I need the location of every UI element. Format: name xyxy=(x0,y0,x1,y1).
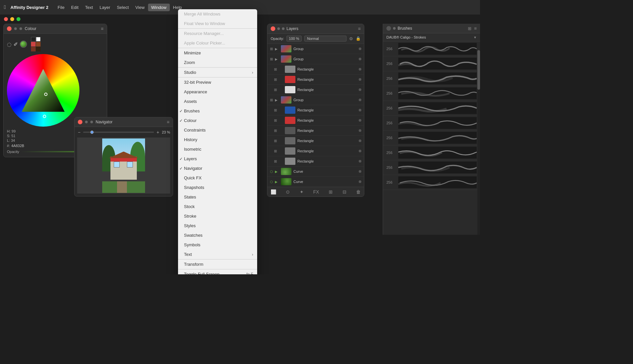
layer-item-rect-2[interactable]: ⊞ ▶ Rectangle xyxy=(267,75,364,85)
colour-triangle[interactable] xyxy=(22,69,65,112)
menu-item-text[interactable]: Text › xyxy=(178,250,257,259)
menu-item-assets[interactable]: Assets xyxy=(178,97,257,106)
menu-item-resource-manager[interactable]: Resource Manager... xyxy=(178,29,257,38)
colour-eyedropper-icon[interactable]: ◌ xyxy=(7,41,12,47)
brush-item-7[interactable]: 256 xyxy=(383,131,480,145)
colour-panel-close[interactable] xyxy=(7,26,12,31)
menu-item-transform[interactable]: Transform xyxy=(178,259,257,269)
layer-item-group-3[interactable]: ⊞ ▶ Group xyxy=(267,95,364,105)
swatch-verydark[interactable] xyxy=(36,47,41,51)
menu-edit[interactable]: Edit xyxy=(68,4,82,11)
layer-item-group-1[interactable]: ⊞ ▶ Group xyxy=(267,44,364,54)
brush-item-4[interactable]: 256 xyxy=(383,86,480,101)
layer-item-rect-6[interactable]: ⊞ ▶ Rectangle xyxy=(267,126,364,136)
swatch-black[interactable] xyxy=(31,37,36,42)
colour-wheel-ring[interactable] xyxy=(7,54,79,127)
traffic-light-green[interactable] xyxy=(16,17,20,21)
layers-footer-arrange[interactable]: ⊟ xyxy=(343,189,347,195)
menu-item-brushes[interactable]: ✓ Brushes xyxy=(178,106,257,116)
brushes-scrollbar-thumb[interactable] xyxy=(477,50,480,90)
layers-footer-trash[interactable]: 🗑 xyxy=(356,189,361,195)
layers-footer-star[interactable]: ✦ xyxy=(300,189,304,195)
menu-text[interactable]: Text xyxy=(82,4,96,11)
layer-arrow-2[interactable]: ▶ xyxy=(275,57,279,61)
brushes-close-btn[interactable] xyxy=(386,26,391,31)
menu-layer[interactable]: Layer xyxy=(96,4,114,11)
menu-item-history[interactable]: History xyxy=(178,135,257,144)
menu-item-navigator[interactable]: ✓ Navigator xyxy=(178,164,257,173)
layers-close-btn[interactable] xyxy=(271,26,275,31)
brush-item-9[interactable]: 256 xyxy=(383,160,480,175)
menu-item-swatches[interactable]: Swatches xyxy=(178,230,257,240)
menu-item-stock[interactable]: Stock xyxy=(178,202,257,211)
menu-item-studio[interactable]: Studio › xyxy=(178,68,257,77)
colour-swatch-main[interactable] xyxy=(20,41,27,48)
layer-item-rect-1[interactable]: ⊞ ▶ Rectangle xyxy=(267,64,364,75)
colour-panel-menu-icon[interactable]: ≡ xyxy=(101,26,104,31)
brushes-menu-icon[interactable]: ≡ xyxy=(474,26,477,31)
brush-item-6[interactable]: 256 xyxy=(383,116,480,131)
layers-footer-copy[interactable]: ⊞ xyxy=(329,189,333,195)
brushes-dropdown[interactable]: DAUB® Caligo - Strokes ▼ xyxy=(383,33,480,42)
menu-item-quick-fx[interactable]: Quick FX xyxy=(178,173,257,183)
colour-brush-icon[interactable]: ✐ xyxy=(14,41,18,47)
menu-item-minimize[interactable]: Minimize xyxy=(178,48,257,58)
menu-item-float-view[interactable]: Float View to Window xyxy=(178,19,257,28)
brush-item-1[interactable]: 256 xyxy=(383,42,480,56)
brush-item-3[interactable]: 256 xyxy=(383,71,480,86)
menu-item-isometric[interactable]: Isometric xyxy=(178,144,257,154)
swatch-brown[interactable] xyxy=(36,42,41,46)
menu-view[interactable]: View xyxy=(132,4,148,11)
nav-zoom-minus[interactable]: − xyxy=(77,130,81,135)
navigator-panel-close[interactable] xyxy=(78,120,82,124)
layers-footer-circle[interactable]: ⊙ xyxy=(286,189,290,195)
layer-arrow-1[interactable]: ▶ xyxy=(275,47,279,51)
apple-icon[interactable]:  xyxy=(4,4,6,10)
layer-item-rect-3[interactable]: ⊞ ▶ Rectangle xyxy=(267,85,364,95)
navigator-panel-menu-icon[interactable]: ≡ xyxy=(167,119,169,125)
brushes-copy-icon[interactable]: ⊞ xyxy=(468,26,471,31)
layers-gear-icon[interactable]: ⚙ xyxy=(349,36,353,41)
swatch-white[interactable] xyxy=(36,37,41,42)
layers-footer-mask[interactable]: ⬜ xyxy=(271,189,276,195)
menu-item-32bit-preview[interactable]: 32-bit Preview xyxy=(178,77,257,87)
menu-item-constraints[interactable]: Constraints xyxy=(178,125,257,135)
layers-lock-icon[interactable]: 🔒 xyxy=(356,36,361,41)
menu-item-toggle-full-screen[interactable]: Toggle Full Screen fn F xyxy=(178,269,257,274)
colour-hex-value[interactable]: 4A832B xyxy=(11,144,24,148)
nav-zoom-track[interactable] xyxy=(83,132,154,133)
brushes-scrollbar-track[interactable] xyxy=(477,50,480,235)
menu-item-layers[interactable]: ✓ Layers xyxy=(178,154,257,164)
layer-item-rect-5[interactable]: ⊞ ▶ Rectangle xyxy=(267,115,364,126)
layer-item-group-2[interactable]: ⊞ ▶ Group xyxy=(267,54,364,64)
layer-item-rect-8[interactable]: ⊞ ▶ Rectangle xyxy=(267,146,364,156)
menu-item-zoom[interactable]: Zoom xyxy=(178,58,257,67)
layer-item-curve-1[interactable]: ⬡ ▶ Curve xyxy=(267,167,364,177)
layers-blend-mode[interactable]: Normal xyxy=(304,36,347,42)
menu-item-snapshots[interactable]: Snapshots xyxy=(178,183,257,192)
brush-item-5[interactable]: 256 xyxy=(383,101,480,116)
menu-item-colour[interactable]: ✓ Colour xyxy=(178,116,257,125)
brush-item-10[interactable]: 256 xyxy=(383,175,480,190)
menu-file[interactable]: File xyxy=(54,4,68,11)
swatch-red[interactable] xyxy=(31,42,36,46)
menu-item-apple-colour-picker[interactable]: Apple Colour Picker... xyxy=(178,38,257,48)
menu-item-appearance[interactable]: Appearance xyxy=(178,87,257,97)
traffic-light-yellow[interactable] xyxy=(10,17,14,21)
traffic-light-red[interactable] xyxy=(4,17,8,21)
navigator-preview[interactable] xyxy=(77,137,170,194)
layers-opacity-value[interactable]: 100 % xyxy=(286,36,301,42)
menu-item-merge-all-windows[interactable]: Merge All Windows xyxy=(178,9,257,19)
layer-item-rect-9[interactable]: ⊞ ▶ Rectangle xyxy=(267,156,364,167)
layer-item-rect-7[interactable]: ⊞ ▶ Rectangle xyxy=(267,136,364,146)
nav-zoom-plus[interactable]: + xyxy=(156,130,160,135)
layer-arrow-13[interactable]: ▶ xyxy=(275,170,279,173)
layers-menu-icon[interactable]: ≡ xyxy=(358,26,361,31)
layer-item-curve-2[interactable]: ⬡ ▶ Curve xyxy=(267,177,364,187)
menu-item-stroke[interactable]: Stroke xyxy=(178,211,257,221)
menu-item-styles[interactable]: Styles xyxy=(178,221,257,230)
layer-arrow-6[interactable]: ▶ xyxy=(275,98,279,102)
brush-item-8[interactable]: 256 xyxy=(383,145,480,160)
brush-item-2[interactable]: 256 xyxy=(383,56,480,71)
layer-item-rect-4[interactable]: ⊞ ▶ Rectangle xyxy=(267,105,364,115)
